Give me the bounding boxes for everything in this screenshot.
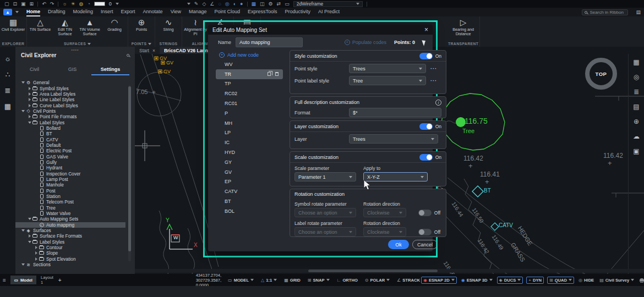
tree-item-bt[interactable]: BT [15,131,125,136]
status-toggle-esnap-2d[interactable]: ◉ESNAP 2D [421,277,457,284]
dialog-titlebar[interactable]: Edit Auto Mapping Set × [208,25,433,35]
redo-icon[interactable]: ↷ [50,1,54,7]
viewports-icon[interactable]: ◫ [260,1,265,7]
layer-dropdown-chevron[interactable] [116,3,119,5]
code-item-tp[interactable]: TP [216,79,283,89]
layout1-tab[interactable]: Layout 1 [41,275,53,285]
tree-item-bollard[interactable]: Bollard [15,125,125,131]
tree-item-sections[interactable]: ≋Sections [15,262,125,267]
ribbon-button-string[interactable]: ∿String [156,17,181,32]
view-navigation-dial[interactable]: TOP [585,58,617,90]
symbol-rotation-direction-dropdown[interactable]: Clockwise [363,208,406,217]
tree-item-general[interactable]: ⚙General [15,80,125,85]
chevron-right-icon[interactable] [28,92,32,96]
light-bulb-icon[interactable]: ☼ [4,54,11,63]
materials-icon[interactable]: ◍ [79,1,84,7]
tree-item-default[interactable]: Default [15,142,125,148]
tree-item-hydrant[interactable]: Hydrant [15,165,125,170]
app-logo[interactable]: ▲ [3,9,12,15]
tree-item-label-styles[interactable]: Label Styles [15,239,125,245]
menu-tab-manage[interactable]: Manage [189,8,207,16]
tree-item-electric-post[interactable]: Electric Post [15,148,125,153]
sphere-wireframe-icon[interactable]: ◌ [218,1,221,7]
info-icon[interactable]: i [435,100,441,106]
menu-tab-modeling[interactable]: Modeling [73,8,94,16]
delete-icon[interactable] [275,72,279,76]
ribbon-button-edit-tin-surface[interactable]: ◭Edit TIN Surface [53,17,77,36]
code-item-p[interactable]: P [216,108,283,118]
settings-gear-icon[interactable]: ⚙ [269,1,273,7]
close-icon[interactable]: × [152,48,155,53]
format-input[interactable] [349,108,441,117]
code-item-tr[interactable]: TR [216,69,283,79]
symbol-rotation-toggle[interactable] [418,210,432,216]
ribbon-panel-toggle-icon[interactable]: ▤ [636,9,641,15]
tree-item-area-label-styles[interactable]: Area Label Styles [15,91,125,97]
status-toggle-strack[interactable]: ∠STRACK [396,277,421,283]
tree-item-surface-file-formats[interactable]: Surface File Formats [15,233,125,239]
tree-item-line-label-styles[interactable]: Line Label Styles [15,97,125,102]
tree-item-civil-points[interactable]: ◇Civil Points [15,108,125,114]
status-toggle-ortho[interactable]: ∟ORTHO [336,277,359,283]
ribbon-button-tin-surface[interactable]: △TIN Surface [28,17,52,32]
chevron-right-icon[interactable] [34,257,39,261]
tree-item-gully[interactable]: Gully [15,160,125,165]
panel-drag-handle[interactable]: •••• [72,48,79,52]
menu-tab-insert[interactable]: Insert [101,8,113,16]
symbol-rotate-parameter-dropdown[interactable]: Choose an option [294,208,356,217]
code-item-bol[interactable]: BOL [216,206,283,216]
menu-tab-export[interactable]: Export [121,8,135,16]
tree-item-inspection-cover[interactable]: Inspection Cover [15,171,125,177]
current-layer[interactable]: 0 [109,1,112,7]
sheet-sets-icon[interactable]: ▦ [633,58,639,66]
display-icon[interactable]: ▭ [285,1,290,7]
code-item-hyd[interactable]: HYD [216,147,283,157]
measure-icon[interactable]: ∠ [210,1,214,7]
ribbon-button-tin-volume-surface[interactable]: ▲TIN Volume Surface [78,17,102,36]
tree-item-point-file-formats[interactable]: Point File Formats [15,114,125,119]
chevron-down-icon[interactable] [21,110,25,112]
tree-item-catv[interactable]: CATV [15,136,125,142]
scale-parameter-dropdown[interactable]: Parameter 1 [294,172,356,182]
status-toggle-ducs[interactable]: ◈DUCS [497,277,523,284]
tree-item-surfaces[interactable]: ◈Surfaces [15,228,125,233]
panel-tab-gis[interactable]: GIS [53,65,91,75]
apply-to-dropdown[interactable]: X-Y-Z [363,172,428,182]
point-label-style-dropdown[interactable]: Tree [349,76,426,85]
pick-points-icon[interactable] [422,39,427,46]
new-file-icon[interactable]: ▢ [4,1,9,7]
ok-button[interactable]: Ok [388,240,409,249]
open-file-icon[interactable]: ⊡ [13,1,18,7]
label-rotation-direction-dropdown[interactable]: Clockwise [363,227,406,237]
document-tab-start[interactable]: Start× [135,47,160,54]
chevron-right-icon[interactable] [28,234,32,238]
visual-style-dropdown[interactable]: 2dWireframe [293,1,363,7]
tree-item-spot-elevation[interactable]: Spot Elevation [15,256,125,262]
command-line-strip[interactable] [0,286,644,297]
style-toggle[interactable] [419,53,433,59]
mapping-set-name-input[interactable] [236,37,303,47]
chevron-right-icon[interactable] [34,251,39,255]
layers-panel-icon[interactable]: ≣ [634,88,639,96]
chevron-down-icon[interactable] [28,241,32,243]
app-menu-chevron[interactable] [15,11,19,13]
viewcube-face[interactable]: TOP [596,71,607,77]
code-item-wv[interactable]: WV [216,59,283,69]
ribbon-button-points[interactable]: ⊕Points [129,17,154,32]
swap-icon[interactable]: ⇄ [277,1,281,7]
sphere-render-icon[interactable]: ● [240,1,243,7]
layer-dropdown[interactable]: Trees [349,134,438,144]
layer-color-swatch[interactable] [94,2,105,6]
point-cloud-icon[interactable]: ∴ [6,70,10,79]
chevron-down-icon[interactable] [28,218,32,220]
code-item-gy[interactable]: GY [216,157,283,167]
status-toggle-hide[interactable]: ◎HIDE [577,277,595,283]
bell-icon[interactable] [638,278,644,282]
menu-tab-expresstools[interactable]: ExpressTools [248,8,277,16]
tree-item-tree[interactable]: Tree [15,205,125,211]
tree-item-auto-mapping[interactable]: ✓Auto mapping [15,222,125,228]
status-toggle-snap[interactable]: ⊞SNAP [307,277,331,283]
chevron-right-icon[interactable] [28,87,32,90]
close-icon[interactable]: × [424,26,428,33]
tree-item-label-styles[interactable]: Label Styles [15,119,125,125]
